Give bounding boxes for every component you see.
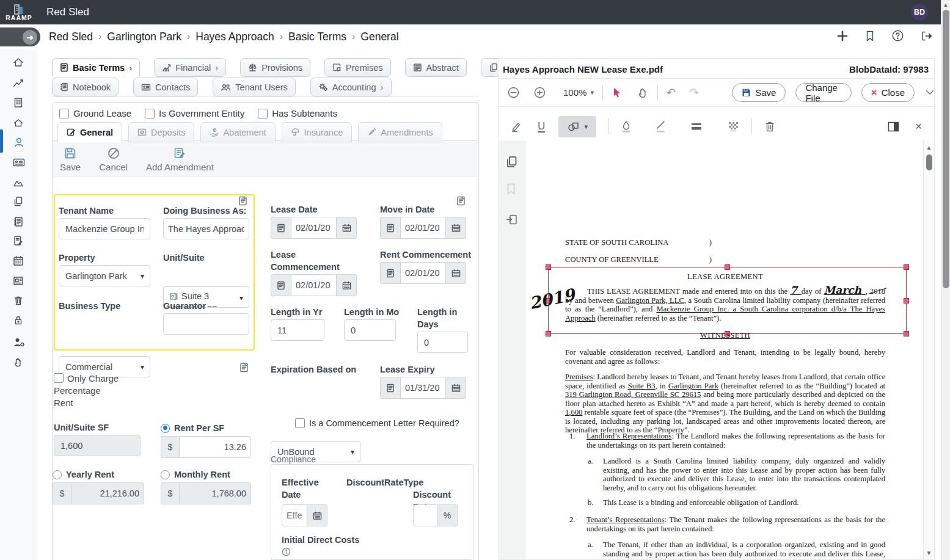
calendar-addon-icon[interactable] xyxy=(446,377,466,399)
tab-basic-terms[interactable]: Basic Terms › xyxy=(52,58,140,77)
bookmarks-panel-icon[interactable] xyxy=(505,183,517,195)
checkbox[interactable] xyxy=(54,373,64,383)
lease-edit-icon[interactable] xyxy=(12,235,24,247)
yearly-rent-radio[interactable]: Yearly Rent xyxy=(53,468,114,481)
notebook-icon[interactable] xyxy=(12,216,24,228)
radio-selected[interactable] xyxy=(161,424,170,433)
bookmark-icon[interactable] xyxy=(864,30,875,42)
scroll-thumb[interactable] xyxy=(943,10,949,288)
only-charge-percentage-rent-checkbox[interactable]: Only Charge Percentage Rent xyxy=(54,373,120,409)
tab-abstract[interactable]: Abstract xyxy=(405,58,467,77)
scroll-up-icon[interactable]: ▲ xyxy=(941,2,950,8)
note-icon[interactable] xyxy=(456,196,466,206)
pan-hand-icon[interactable] xyxy=(637,87,649,99)
raamp-logo[interactable]: RAAMP xyxy=(0,3,38,21)
tab-premises[interactable]: Premises xyxy=(324,58,390,77)
zoom-out-icon[interactable] xyxy=(507,86,520,99)
subtab-general[interactable]: General xyxy=(57,122,122,142)
scroll-down-icon[interactable]: ▼ xyxy=(924,550,934,556)
effective-date-group[interactable] xyxy=(282,504,327,526)
tab-tenant-users[interactable]: Tenant Users xyxy=(213,78,295,96)
collapse-sidebar-button[interactable]: ➜ xyxy=(0,27,40,46)
documents-icon[interactable] xyxy=(12,195,24,208)
length-yr-input[interactable] xyxy=(271,319,324,341)
tab-provisions[interactable]: Provisions xyxy=(240,58,310,77)
note-addon-icon[interactable] xyxy=(380,377,400,399)
selection-handle[interactable] xyxy=(904,331,909,336)
radio[interactable] xyxy=(53,470,62,479)
selection-handle[interactable] xyxy=(546,331,551,336)
change-file-button[interactable]: Change File xyxy=(795,83,851,102)
land-icon[interactable] xyxy=(12,176,24,189)
opacity-icon[interactable] xyxy=(727,120,739,133)
pdf-save-button[interactable]: Save xyxy=(732,83,786,102)
tab-notebook[interactable]: Notebook xyxy=(52,78,119,96)
length-days-input[interactable] xyxy=(417,332,468,353)
calendar-addon-icon[interactable] xyxy=(446,217,466,239)
pdf-close-button[interactable]: × Close xyxy=(861,83,915,102)
breadcrumb-item[interactable]: Red Sled xyxy=(49,31,93,43)
home-icon[interactable] xyxy=(12,56,24,68)
effective-date-input[interactable] xyxy=(282,504,307,526)
breadcrumb-item[interactable]: General xyxy=(360,31,398,43)
subtab-abatement[interactable]: Abatement xyxy=(200,122,275,142)
rent-commencement-input[interactable] xyxy=(400,262,446,284)
user-admin-icon[interactable] xyxy=(12,336,26,348)
line-thickness-icon[interactable] xyxy=(690,122,703,131)
tenants-icon[interactable] xyxy=(12,136,26,149)
security-icon[interactable] xyxy=(12,314,24,326)
subtab-deposits[interactable]: Deposits xyxy=(128,122,194,142)
rent-per-sf-radio[interactable]: Rent Per SF xyxy=(161,422,224,434)
cancel-button[interactable]: Cancel xyxy=(99,147,128,172)
shape-tool-button[interactable]: ▾ xyxy=(558,116,596,137)
breadcrumb-item[interactable]: Hayes Approach xyxy=(195,31,274,43)
pages-panel-icon[interactable] xyxy=(505,155,518,169)
commencement-letter-checkbox[interactable]: Is a Commencement Letter Required? xyxy=(295,418,459,428)
zoom-level-select[interactable]: 100% ▾ xyxy=(563,87,594,98)
note-addon-icon[interactable] xyxy=(271,217,291,239)
pdf-scrollbar[interactable]: ▲ ▼ xyxy=(923,140,934,559)
contact-card-icon[interactable] xyxy=(12,156,26,169)
lease-date-group[interactable] xyxy=(271,217,357,239)
dba-input[interactable] xyxy=(163,218,249,239)
fill-color-icon[interactable] xyxy=(621,120,631,133)
tenant-name-input[interactable] xyxy=(59,218,150,239)
move-in-date-input[interactable] xyxy=(400,217,446,239)
move-in-date-group[interactable] xyxy=(380,217,466,239)
save-button[interactable]: Save xyxy=(60,147,81,172)
note-addon-icon[interactable] xyxy=(380,217,400,239)
length-mo-input[interactable] xyxy=(344,319,396,341)
highlighter-icon[interactable] xyxy=(511,121,522,133)
subtab-insurance[interactable]: Insurance xyxy=(282,122,353,142)
selection-handle[interactable] xyxy=(546,264,551,270)
discount-rate-input[interactable] xyxy=(413,504,437,526)
toolbar-collapse-chevron-icon[interactable] xyxy=(926,90,934,95)
news-icon[interactable] xyxy=(12,275,24,287)
property-icon[interactable] xyxy=(12,117,24,129)
info-icon[interactable] xyxy=(282,547,291,556)
delete-annotation-icon[interactable] xyxy=(764,120,775,133)
sign-out-icon[interactable] xyxy=(920,30,933,42)
user-avatar[interactable]: BD xyxy=(911,4,928,21)
calendar-icon[interactable] xyxy=(12,255,24,267)
calendar-addon-icon[interactable] xyxy=(337,217,357,239)
building-icon[interactable] xyxy=(12,96,24,109)
redo-icon[interactable]: ↷ xyxy=(689,85,699,100)
guarantor-input[interactable] xyxy=(163,313,249,335)
lease-commencement-input[interactable] xyxy=(291,274,337,296)
line-color-icon[interactable] xyxy=(656,120,666,133)
help-icon[interactable] xyxy=(891,29,904,42)
note-addon-icon[interactable] xyxy=(271,274,291,296)
undo-icon[interactable]: ↶ xyxy=(666,85,676,100)
lease-expiry-input[interactable] xyxy=(400,377,446,399)
monthly-rent-radio[interactable]: Monthly Rent xyxy=(161,468,230,481)
annotation-close-icon[interactable]: × xyxy=(915,120,922,133)
side-panel-toggle-icon[interactable] xyxy=(888,122,899,132)
tab-accounting[interactable]: Accounting › xyxy=(310,78,392,96)
tab-financial[interactable]: Financial › xyxy=(154,58,226,77)
selection-handle[interactable] xyxy=(904,298,909,304)
lease-expiry-group[interactable] xyxy=(380,377,466,399)
zoom-in-icon[interactable] xyxy=(533,86,546,99)
thumbnails-panel-icon[interactable] xyxy=(505,214,518,225)
note-addon-icon[interactable] xyxy=(380,262,400,284)
